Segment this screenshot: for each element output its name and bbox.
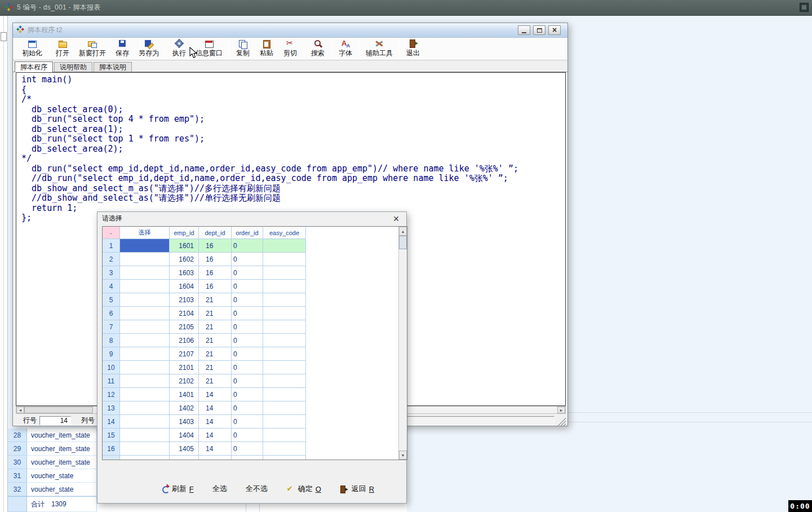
dept-id-cell[interactable]: 14: [199, 429, 232, 442]
select-cell[interactable]: [120, 280, 170, 293]
dept-id-cell[interactable]: 21: [199, 361, 232, 374]
emp-id-cell[interactable]: 1602: [170, 253, 199, 266]
emp-id-cell[interactable]: 1603: [170, 266, 199, 280]
emp-id-cell[interactable]: 1604: [170, 280, 199, 293]
row-number-cell[interactable]: 31: [8, 469, 27, 483]
order-id-cell[interactable]: 0: [232, 442, 263, 456]
easy-code-cell[interactable]: [263, 334, 306, 347]
row-number-cell[interactable]: 7: [103, 320, 120, 334]
order-id-cell[interactable]: 0: [232, 388, 263, 401]
scroll-up-arrow[interactable]: [399, 227, 407, 236]
tab-description[interactable]: 脚本说明: [94, 62, 132, 72]
row-number-cell[interactable]: 28: [8, 429, 27, 442]
easy-code-cell[interactable]: [263, 280, 306, 293]
dept-id-cell[interactable]: 16: [199, 280, 232, 293]
emp-id-cell[interactable]: 2106: [170, 334, 199, 347]
emp-id-cell[interactable]: 1601: [170, 239, 199, 253]
row-number-cell[interactable]: 16: [103, 442, 120, 456]
row-number-cell[interactable]: 8: [103, 334, 120, 347]
row-number-cell[interactable]: 9: [103, 347, 120, 361]
row-number-cell[interactable]: 6: [103, 307, 120, 320]
dept-id-cell[interactable]: 14: [199, 442, 232, 456]
easy-code-cell[interactable]: [263, 266, 306, 280]
row-number-cell[interactable]: 5: [103, 293, 120, 307]
dept-id-cell[interactable]: 21: [199, 334, 232, 347]
cut-button[interactable]: 剪切: [278, 38, 302, 59]
emp-id-cell[interactable]: 2101: [170, 361, 199, 374]
select-cell[interactable]: [120, 429, 170, 442]
emp-id-cell[interactable]: 2103: [170, 293, 199, 307]
minimize-button[interactable]: [518, 25, 530, 35]
row-number-cell[interactable]: 2: [103, 253, 120, 266]
resize-grip[interactable]: [557, 417, 566, 426]
dept-id-cell[interactable]: 16: [199, 239, 232, 253]
row-number-cell[interactable]: 12: [103, 388, 120, 401]
emp-id-cell[interactable]: 1402: [170, 401, 199, 415]
titlebar-right-icon[interactable]: [800, 3, 809, 12]
scroll-right-arrow[interactable]: [557, 407, 565, 413]
easy-code-cell[interactable]: [263, 239, 306, 253]
easy-code-cell[interactable]: [263, 429, 306, 442]
dept-id-cell[interactable]: 14: [199, 401, 232, 415]
order-id-cell[interactable]: 0: [232, 320, 263, 334]
order-id-cell[interactable]: 0: [232, 307, 263, 320]
aux-tools-button[interactable]: 辅助工具: [361, 38, 397, 59]
refresh-button[interactable]: 刷新F: [162, 484, 194, 494]
order-id-cell[interactable]: 0: [232, 456, 263, 460]
emp-id-cell[interactable]: 1406: [170, 456, 199, 460]
save-as-button[interactable]: 另存为: [134, 38, 163, 59]
select-all-button[interactable]: 全选: [212, 484, 227, 494]
select-cell[interactable]: [120, 374, 170, 388]
emp-id-cell[interactable]: 2105: [170, 320, 199, 334]
order-id-cell[interactable]: 0: [232, 239, 263, 253]
order-id-cell[interactable]: 0: [232, 280, 263, 293]
scroll-left-arrow[interactable]: [16, 407, 24, 413]
select-cell[interactable]: [120, 266, 170, 280]
easy-code-cell[interactable]: [263, 307, 306, 320]
dept-id-cell[interactable]: 21: [199, 293, 232, 307]
save-button[interactable]: 保存: [110, 38, 134, 59]
row-number-cell[interactable]: 11: [103, 374, 120, 388]
select-cell[interactable]: [120, 334, 170, 347]
easy-code-cell[interactable]: [263, 347, 306, 361]
open-new-window-button[interactable]: 新窗打开: [74, 38, 110, 59]
dept-id-cell[interactable]: 16: [199, 253, 232, 266]
initialize-button[interactable]: 初始化: [17, 38, 47, 59]
name-cell[interactable]: voucher_item_state: [27, 442, 97, 456]
emp-id-cell[interactable]: 2107: [170, 347, 199, 361]
easy-code-cell[interactable]: [263, 293, 306, 307]
scrollbar-thumb[interactable]: [399, 236, 407, 249]
ok-button[interactable]: 确定 O: [286, 484, 321, 494]
open-button[interactable]: 打开: [51, 38, 74, 59]
emp-id-cell[interactable]: 1405: [170, 442, 199, 456]
script-window-titlebar[interactable]: 脚本程序 t2: [13, 23, 567, 38]
dept-id-cell[interactable]: 21: [199, 320, 232, 334]
order-id-cell[interactable]: 0: [232, 361, 263, 374]
maximize-button[interactable]: [533, 25, 545, 35]
select-cell[interactable]: [120, 320, 170, 334]
emp-id-cell[interactable]: 1404: [170, 429, 199, 442]
order-id-cell[interactable]: 0: [232, 374, 263, 388]
easy-code-cell[interactable]: [263, 442, 306, 456]
select-cell[interactable]: [120, 253, 170, 266]
row-number-cell[interactable]: 13: [103, 401, 120, 415]
select-cell[interactable]: [120, 401, 170, 415]
row-number-cell[interactable]: 4: [103, 280, 120, 293]
row-number-cell[interactable]: 29: [8, 442, 27, 456]
row-number-cell[interactable]: 15: [103, 429, 120, 442]
order-id-cell[interactable]: 0: [232, 334, 263, 347]
close-button[interactable]: [548, 25, 561, 35]
order-id-cell[interactable]: 0: [232, 429, 263, 442]
row-number-cell[interactable]: 30: [8, 456, 27, 469]
dept-id-cell[interactable]: 14: [199, 456, 232, 460]
easy-code-cell[interactable]: [263, 253, 306, 266]
select-cell[interactable]: [120, 307, 170, 320]
easy-code-cell[interactable]: [263, 361, 306, 374]
select-none-button[interactable]: 全不选: [246, 484, 268, 494]
emp-id-cell[interactable]: 2102: [170, 374, 199, 388]
row-number-cell[interactable]: 1: [103, 239, 120, 253]
order-id-cell[interactable]: 0: [232, 253, 263, 266]
order-id-cell[interactable]: 0: [232, 293, 263, 307]
return-button[interactable]: 返回 R: [340, 484, 374, 494]
name-cell[interactable]: voucher_state: [27, 469, 97, 483]
